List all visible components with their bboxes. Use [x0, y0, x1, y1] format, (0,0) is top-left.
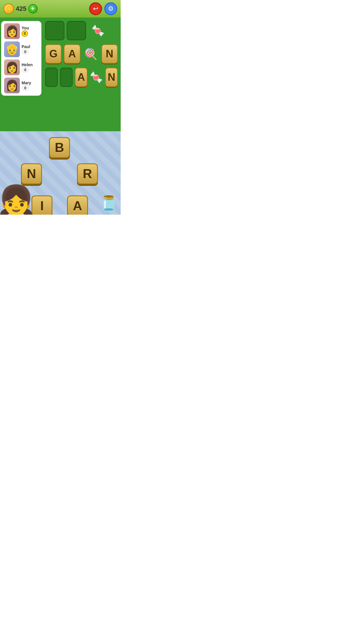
avatar-you — [4, 23, 20, 39]
mascot-character: 👧 — [0, 186, 34, 215]
player-score-helen: 0 — [22, 67, 29, 73]
player-sidebar: You 0 Paul 0 Helen 0 Mary 0 — [1, 21, 41, 96]
settings-button[interactable]: ⚙ — [104, 2, 117, 15]
player-score-paul: 0 — [22, 49, 29, 55]
player-name-paul: Paul — [22, 44, 30, 49]
tile-empty-3-2[interactable] — [60, 68, 73, 87]
letter-tile-A[interactable]: A — [67, 195, 88, 215]
cookie-jar: 🫙 — [100, 195, 118, 212]
player-name-helen: Helen — [22, 62, 33, 67]
tile-empty-3-1[interactable] — [45, 68, 58, 87]
player-info-you: You 0 — [22, 26, 29, 37]
tile-N-3[interactable]: N — [105, 68, 118, 87]
avatar-paul — [4, 41, 20, 57]
player-score-mary: 0 — [22, 85, 29, 91]
tile-N-2[interactable]: N — [101, 44, 118, 64]
player-name-you: You — [22, 26, 29, 30]
top-bar: 🪙 425 + ↩ ⚙ — [0, 0, 121, 18]
word-row-1: 🍬 — [45, 21, 118, 40]
add-coin-button[interactable]: + — [28, 4, 38, 13]
tile-candy-2-3: 🍭 — [83, 44, 99, 64]
coin-count: 425 — [16, 5, 27, 13]
avatar-mary — [4, 78, 20, 93]
player-score-you: 0 — [22, 30, 28, 37]
game-screen: 🪙 425 + ↩ ⚙ You 0 Paul 0 — [0, 0, 121, 215]
coin-icon: 🪙 — [3, 4, 14, 14]
tile-empty-1-1[interactable] — [45, 21, 64, 40]
tile-A-2[interactable]: A — [64, 44, 80, 64]
player-item-paul: Paul 0 — [3, 41, 40, 58]
settings-icon: ⚙ — [108, 5, 114, 13]
word-row-3: A 🍬 N — [45, 68, 118, 87]
top-right-buttons: ↩ ⚙ — [89, 2, 117, 15]
player-info-helen: Helen 0 — [22, 62, 33, 73]
tile-empty-1-2[interactable] — [67, 21, 86, 40]
word-row-2: G A 🍭 N — [45, 44, 118, 64]
player-item-mary: Mary 0 — [3, 77, 40, 94]
player-info-mary: Mary 0 — [22, 80, 31, 91]
bottom-area: 📢 ? 💡 50 🪙 🍬 0 B N R I A ⇌ 👧 🫙 — [0, 131, 121, 215]
player-item-helen: Helen 0 — [3, 59, 40, 76]
tile-A-3[interactable]: A — [75, 68, 87, 87]
tile-candy-3-4: 🍬 — [90, 68, 103, 87]
exit-icon: ↩ — [93, 5, 98, 13]
player-name-mary: Mary — [22, 80, 31, 85]
avatar-helen — [4, 60, 20, 75]
player-info-paul: Paul 0 — [22, 44, 30, 55]
tile-G[interactable]: G — [45, 44, 61, 64]
letter-tile-I[interactable]: I — [31, 195, 52, 215]
exit-button[interactable]: ↩ — [89, 2, 102, 15]
tile-candy-1-3: 🍬 — [88, 21, 108, 40]
player-item-you: You 0 — [3, 23, 40, 40]
letter-tile-B[interactable]: B — [49, 137, 70, 158]
word-grid: 🍬 G A 🍭 N A 🍬 N — [45, 21, 118, 87]
letter-tile-R[interactable]: R — [77, 163, 98, 184]
mascot: 👧 — [0, 168, 32, 215]
